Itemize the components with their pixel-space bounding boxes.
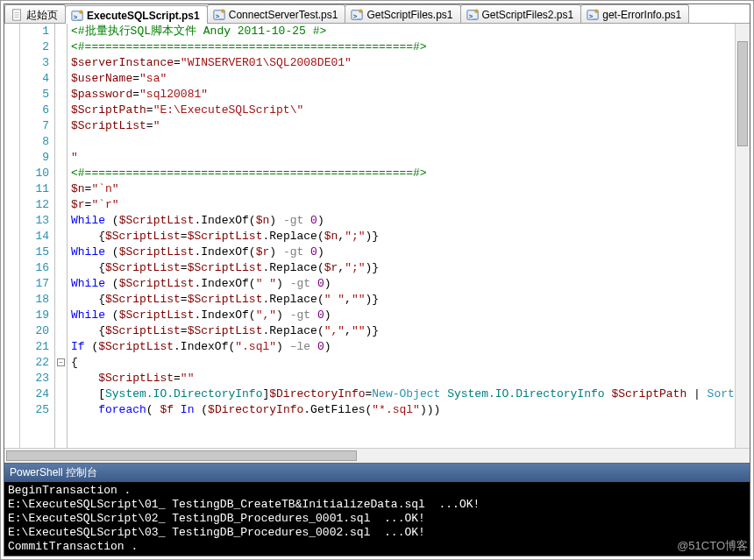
code-line[interactable]: $r="`r": [71, 197, 735, 213]
line-number: 22: [20, 355, 49, 371]
line-number: 16: [20, 260, 49, 276]
svg-point-15: [474, 9, 478, 12]
breakpoint-margin[interactable]: [4, 24, 20, 448]
line-number: 1: [20, 24, 49, 39]
line-number-gutter: 1234567891011121314151617181920212223242…: [20, 24, 55, 448]
console-line: BeginTransaction .: [8, 484, 746, 498]
line-number: 5: [20, 87, 49, 103]
console-line: E:\ExecuteSQLScript\02_ TestingDB_Proced…: [8, 512, 746, 526]
code-line[interactable]: $ScriptPath="E:\ExecuteSQLScript\": [71, 103, 735, 118]
tab-label: ExecuteSQLScript.ps1: [87, 10, 200, 22]
svg-text:>_: >_: [215, 12, 224, 20]
fold-toggle-icon[interactable]: −: [57, 358, 65, 366]
powershell-icon: >_: [587, 9, 599, 21]
code-line[interactable]: ": [71, 150, 735, 166]
svg-point-9: [221, 9, 224, 12]
line-number: 25: [20, 402, 49, 418]
line-number: 12: [20, 197, 49, 213]
tab-label: GetScriptFiles2.ps1: [482, 9, 574, 21]
line-number: 15: [20, 245, 49, 260]
page-icon: [11, 9, 23, 21]
code-line[interactable]: [System.IO.DirectoryInfo]$DirectoryInfo=…: [71, 386, 735, 402]
code-line[interactable]: <#======================================…: [71, 166, 735, 181]
code-line[interactable]: <#======================================…: [71, 39, 735, 55]
tab-GetScriptFiles-ps1[interactable]: >_GetScriptFiles.ps1: [345, 4, 460, 23]
code-line[interactable]: $ScriptList="": [71, 371, 735, 386]
line-number: 10: [20, 166, 49, 181]
tab-label: get-ErrorInfo.ps1: [602, 9, 681, 21]
line-number: 14: [20, 229, 49, 245]
line-number: 13: [20, 213, 49, 229]
line-number: 2: [20, 39, 49, 55]
code-line[interactable]: $n="`n": [71, 181, 735, 197]
code-line[interactable]: While ($ScriptList.IndexOf($r) -gt 0): [71, 245, 735, 260]
powershell-console[interactable]: BeginTransaction .E:\ExecuteSQLScript\01…: [4, 482, 750, 556]
line-number: 9: [20, 150, 49, 166]
code-line[interactable]: {$ScriptList=$ScriptList.Replace($r,";")…: [71, 260, 735, 276]
line-number: 24: [20, 386, 49, 402]
code-line[interactable]: {$ScriptList=$ScriptList.Replace($n,";")…: [71, 229, 735, 245]
svg-text:>_: >_: [468, 12, 477, 20]
line-number: 20: [20, 323, 49, 339]
code-line[interactable]: While ($ScriptList.IndexOf($n) -gt 0): [71, 213, 735, 229]
line-number: 18: [20, 292, 49, 308]
svg-text:>_: >_: [589, 12, 598, 20]
line-number: 3: [20, 55, 49, 71]
tab-label: 起始页: [26, 8, 58, 23]
code-line[interactable]: If ($ScriptList.IndexOf(".sql") –le 0): [71, 339, 735, 355]
code-editor[interactable]: 1234567891011121314151617181920212223242…: [4, 24, 750, 448]
code-line[interactable]: foreach( $f In ($DirectoryInfo.GetFiles(…: [71, 402, 735, 418]
svg-text:>_: >_: [74, 13, 82, 21]
console-line: E:\ExecuteSQLScript\01_ TestingDB_Create…: [8, 498, 746, 512]
powershell-icon: >_: [466, 9, 479, 21]
line-number: 7: [20, 118, 49, 134]
code-line[interactable]: {$ScriptList=$ScriptList.Replace(" ","")…: [71, 292, 735, 308]
tab-ExecuteSQLScript-ps1[interactable]: >_ExecuteSQLScript.ps1: [65, 5, 208, 24]
code-line[interactable]: $serverInstance="WINSERVER01\SQL2008DE01…: [71, 55, 735, 71]
tab-get-ErrorInfo-ps1[interactable]: >_get-ErrorInfo.ps1: [580, 4, 689, 23]
watermark: @51CTO博客: [677, 538, 748, 554]
horizontal-scrollbar[interactable]: [4, 448, 750, 463]
code-line[interactable]: $password="sql20081": [71, 87, 735, 103]
code-line[interactable]: {: [71, 355, 735, 371]
scroll-thumb[interactable]: [6, 450, 357, 461]
editor-tabs: 起始页>_ExecuteSQLScript.ps1>_ConnectServer…: [4, 4, 750, 24]
code-line[interactable]: <#批量执行SQL脚本文件 Andy 2011-10-25 #>: [71, 24, 735, 39]
vertical-scrollbar[interactable]: [735, 24, 750, 448]
svg-point-18: [594, 9, 598, 12]
scroll-thumb[interactable]: [737, 41, 748, 146]
line-number: 23: [20, 371, 49, 386]
code-line[interactable]: $ScriptList=": [71, 118, 735, 134]
line-number: 17: [20, 276, 49, 292]
powershell-icon: >_: [351, 9, 363, 21]
tab-ConnectServerTest-ps1[interactable]: >_ConnectServerTest.ps1: [207, 4, 346, 23]
svg-point-12: [359, 9, 363, 12]
tab-GetScriptFiles2-ps1[interactable]: >_GetScriptFiles2.ps1: [460, 4, 582, 23]
code-line[interactable]: {$ScriptList=$ScriptList.Replace(",","")…: [71, 323, 735, 339]
svg-text:>_: >_: [353, 12, 362, 20]
tab--[interactable]: 起始页: [4, 4, 66, 23]
code-line[interactable]: $userName="sa": [71, 71, 735, 87]
tab-label: ConnectServerTest.ps1: [229, 9, 338, 21]
line-number: 11: [20, 181, 49, 197]
console-title: PowerShell 控制台: [4, 463, 750, 482]
tab-label: GetScriptFiles.ps1: [366, 9, 452, 21]
powershell-icon: >_: [213, 9, 225, 21]
line-number: 6: [20, 103, 49, 118]
code-line[interactable]: [71, 134, 735, 150]
code-line[interactable]: While ($ScriptList.IndexOf(",") -gt 0): [71, 308, 735, 323]
line-number: 19: [20, 308, 49, 323]
console-line: E:\ExecuteSQLScript\03_ TestingDB_Proced…: [8, 526, 746, 540]
console-line: CommitTransaction .: [8, 540, 746, 554]
line-number: 8: [20, 134, 49, 150]
code-area[interactable]: <#批量执行SQL脚本文件 Andy 2011-10-25 #><#======…: [68, 24, 735, 448]
line-number: 4: [20, 71, 49, 87]
line-number: 21: [20, 339, 49, 355]
fold-margin[interactable]: −: [55, 24, 68, 448]
code-line[interactable]: While ($ScriptList.IndexOf(" ") -gt 0): [71, 276, 735, 292]
svg-point-6: [79, 10, 82, 13]
powershell-icon: >_: [71, 10, 83, 22]
